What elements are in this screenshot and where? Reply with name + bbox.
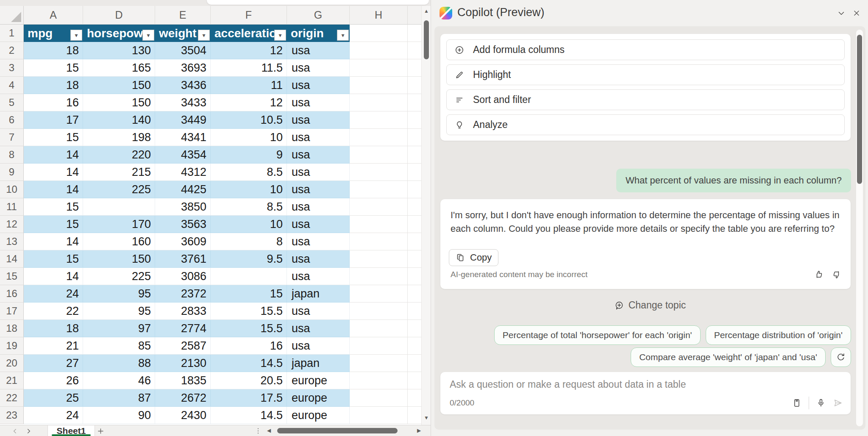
cell[interactable]: 27 <box>24 355 83 372</box>
cell[interactable]: europe <box>287 407 350 424</box>
cell[interactable]: 15.5 <box>211 303 287 320</box>
scroll-left-icon[interactable]: ◀ <box>267 428 271 433</box>
cell[interactable]: usa <box>287 233 350 250</box>
row-header[interactable]: 9 <box>0 164 24 181</box>
cell[interactable]: 10 <box>211 181 287 198</box>
column-header-F[interactable]: F <box>211 6 287 25</box>
filter-button[interactable]: ▾ <box>274 30 286 41</box>
cell[interactable] <box>408 77 423 94</box>
cell[interactable] <box>408 407 423 424</box>
table-header-cell-mpg[interactable]: mpg▾ <box>24 25 83 42</box>
cell[interactable]: usa <box>287 320 350 337</box>
thumbs-up-icon[interactable] <box>814 269 824 280</box>
cell[interactable] <box>350 111 408 129</box>
cell[interactable]: 170 <box>83 216 155 233</box>
row-header[interactable]: 15 <box>0 268 24 285</box>
cell[interactable] <box>350 233 408 250</box>
row-header[interactable]: 7 <box>0 129 24 146</box>
row-header[interactable]: 10 <box>0 181 24 198</box>
row-header[interactable]: 21 <box>0 372 24 389</box>
cell[interactable] <box>350 250 408 268</box>
cell[interactable] <box>408 164 423 181</box>
cell[interactable]: 215 <box>83 164 155 181</box>
microphone-icon[interactable] <box>816 398 826 408</box>
cell[interactable]: 95 <box>83 303 155 320</box>
cell[interactable]: 150 <box>83 77 155 94</box>
table-header-cell-origin[interactable]: origin▾ <box>287 25 350 42</box>
cell[interactable]: 3086 <box>155 268 211 285</box>
cell[interactable] <box>408 303 423 320</box>
cell[interactable]: 3449 <box>155 111 211 129</box>
action-button-highlight[interactable]: Highlight <box>446 64 845 85</box>
prev-sheet-button[interactable] <box>9 426 20 436</box>
cell[interactable]: 165 <box>83 59 155 77</box>
row-header[interactable]: 22 <box>0 389 24 407</box>
row-header[interactable]: 14 <box>0 250 24 268</box>
cell[interactable]: 11 <box>211 77 287 94</box>
row-header[interactable]: 5 <box>0 94 24 111</box>
row-header[interactable]: 20 <box>0 355 24 372</box>
cell[interactable]: 3761 <box>155 250 211 268</box>
cell[interactable] <box>211 268 287 285</box>
cell[interactable] <box>408 355 423 372</box>
cell[interactable] <box>350 164 408 181</box>
cell[interactable] <box>350 337 408 355</box>
cell[interactable]: 22 <box>24 303 83 320</box>
next-sheet-button[interactable] <box>23 426 34 436</box>
cell[interactable]: japan <box>287 355 350 372</box>
cell[interactable]: 15.5 <box>211 320 287 337</box>
cell[interactable]: 140 <box>83 111 155 129</box>
cell[interactable] <box>408 146 423 164</box>
cell[interactable]: 17.5 <box>211 389 287 407</box>
cell[interactable] <box>350 94 408 111</box>
row-header[interactable]: 6 <box>0 111 24 129</box>
cell[interactable]: 10 <box>211 216 287 233</box>
cell[interactable]: europe <box>287 389 350 407</box>
cell[interactable]: usa <box>287 268 350 285</box>
cell[interactable]: 4425 <box>155 181 211 198</box>
cell[interactable]: usa <box>287 59 350 77</box>
cell[interactable]: 20.5 <box>211 372 287 389</box>
cell[interactable]: 3563 <box>155 216 211 233</box>
cell[interactable]: 14 <box>24 233 83 250</box>
cell[interactable]: 15 <box>24 198 83 216</box>
cell[interactable]: 17 <box>24 111 83 129</box>
cell[interactable] <box>350 320 408 337</box>
column-header-G[interactable]: G <box>287 6 350 25</box>
cell[interactable]: usa <box>287 77 350 94</box>
cell[interactable]: 10 <box>211 129 287 146</box>
cell[interactable] <box>408 250 423 268</box>
sheet-vertical-scrollbar[interactable]: ▲ ▼ <box>421 6 431 425</box>
row-header[interactable]: 8 <box>0 146 24 164</box>
cell[interactable]: usa <box>287 146 350 164</box>
action-button-sort-and-filter[interactable]: Sort and filter <box>446 89 845 110</box>
cell[interactable]: 14 <box>24 164 83 181</box>
refresh-suggestions-button[interactable] <box>831 347 851 367</box>
cell[interactable]: 12 <box>211 94 287 111</box>
cell[interactable]: 8 <box>211 233 287 250</box>
cell[interactable] <box>408 389 423 407</box>
send-icon[interactable] <box>833 398 843 408</box>
row-header[interactable]: 11 <box>0 198 24 216</box>
cell[interactable]: 198 <box>83 129 155 146</box>
column-header-A[interactable]: A <box>24 6 83 25</box>
cell[interactable]: usa <box>287 250 350 268</box>
cell[interactable]: 25 <box>24 389 83 407</box>
cell[interactable]: 2672 <box>155 389 211 407</box>
cell[interactable] <box>408 337 423 355</box>
cell[interactable]: 225 <box>83 268 155 285</box>
panel-scrollbar[interactable] <box>856 30 863 426</box>
cell[interactable] <box>350 216 408 233</box>
row-header[interactable]: 2 <box>0 42 24 59</box>
cell[interactable] <box>350 42 408 59</box>
cell[interactable] <box>350 285 408 303</box>
cell[interactable] <box>408 59 423 77</box>
cell[interactable] <box>83 198 155 216</box>
cell[interactable]: 15 <box>211 285 287 303</box>
action-button-analyze[interactable]: Analyze <box>446 114 845 135</box>
cell[interactable]: 8.5 <box>211 198 287 216</box>
cell[interactable]: 18 <box>24 77 83 94</box>
filter-button[interactable]: ▾ <box>337 30 349 41</box>
add-sheet-button[interactable] <box>95 426 106 436</box>
cell[interactable]: 10.5 <box>211 111 287 129</box>
